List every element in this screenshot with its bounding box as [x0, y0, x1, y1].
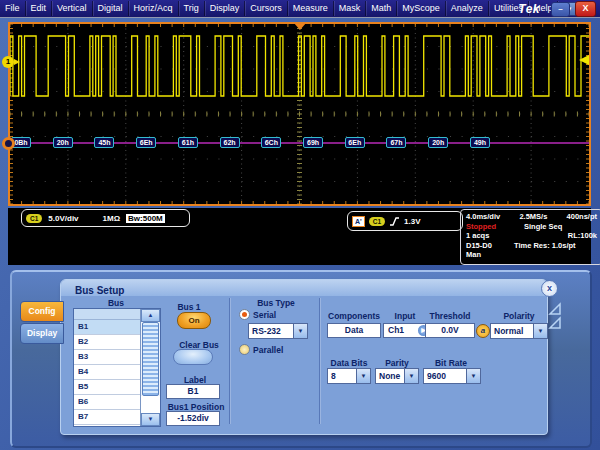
menu-item-horizacq[interactable]: Horiz/Acq [129, 1, 179, 16]
menu-item-digital[interactable]: Digital [93, 1, 129, 16]
menu-item-measure[interactable]: Measure [288, 1, 334, 16]
resolution: 400ns/pt [567, 212, 597, 222]
bit-rate-dropdown[interactable]: 9600 ▼ [423, 368, 481, 384]
data-bits-dropdown[interactable]: 8 ▼ [327, 368, 371, 384]
trigger-source-badge: C1 [369, 217, 385, 226]
components-label: Components [327, 311, 381, 321]
channel1-marker-arrow-icon [14, 59, 20, 65]
scroll-down-icon[interactable]: ▼ [141, 413, 160, 426]
parity-dropdown[interactable]: None ▼ [375, 368, 419, 384]
menu-items: FileEditVerticalDigitalHoriz/AcqTrigDisp… [0, 1, 558, 16]
menu-item-vertical[interactable]: Vertical [52, 1, 93, 16]
data-bits-label: Data Bits [327, 358, 371, 368]
acq-count: 1 acqs [466, 231, 489, 241]
bus-list-item-b4[interactable]: B4 [74, 365, 140, 380]
bus1-on-button[interactable]: On [177, 312, 211, 329]
bus-decode-value: 67h [386, 137, 406, 148]
menu-item-cursors[interactable]: Cursors [245, 1, 288, 16]
trigger-aux-badge: A' [352, 216, 365, 227]
threshold-value[interactable]: 0.0V [425, 323, 475, 338]
bus-list-label: Bus [79, 298, 153, 308]
bus-decode-value: 45h [94, 137, 114, 148]
bit-rate-value: 9600 [424, 369, 466, 383]
menu-bar: FileEditVerticalDigitalHoriz/AcqTrigDisp… [0, 0, 600, 18]
parallel-radio[interactable] [239, 344, 250, 355]
menu-item-display[interactable]: Display [205, 1, 246, 16]
bus-list-item-b5[interactable]: B5 [74, 380, 140, 395]
separator [229, 298, 230, 424]
dialog-title-bar: Bus Setup [61, 280, 547, 296]
parity-label: Parity [375, 358, 419, 368]
serial-radio[interactable] [239, 309, 250, 320]
menu-item-myscope[interactable]: MyScope [397, 1, 446, 16]
scrollbar-track[interactable] [141, 396, 160, 413]
chevron-down-icon[interactable]: ▼ [293, 324, 307, 338]
chevron-down-icon[interactable]: ▼ [533, 324, 547, 338]
bus-list-item-b7[interactable]: B7 [74, 410, 140, 425]
tab-display[interactable]: Display [20, 323, 64, 344]
bus-list-item-b3[interactable]: B3 [74, 350, 140, 365]
input-channel: Ch1 [388, 325, 404, 335]
bus-list-item-b1[interactable]: B1 [74, 320, 140, 335]
tek-logo: Tek [518, 2, 540, 16]
time-resolution: Time Res: 1.0s/pt [514, 241, 576, 251]
serial-radio-label: Serial [253, 310, 276, 320]
menu-item-file[interactable]: File [0, 1, 26, 16]
bus-decode-value: 69h [303, 137, 323, 148]
channel1-bandwidth: Bw:500M [126, 214, 165, 223]
menu-item-edit[interactable]: Edit [26, 1, 53, 16]
bus-decode-value: 20h [428, 137, 448, 148]
multipurpose-a-knob-icon[interactable]: a [476, 324, 490, 338]
tab-config[interactable]: Config [20, 301, 64, 322]
bus-list-item-b6[interactable]: B6 [74, 395, 140, 410]
trigger-position-icon[interactable] [294, 23, 306, 30]
input-value[interactable]: Ch1 ▶ [383, 323, 431, 338]
bus-type-label: Bus Type [241, 298, 311, 308]
chevron-down-icon[interactable]: ▼ [356, 369, 370, 383]
channel1-marker[interactable]: 1 [2, 56, 14, 68]
bus-decode-value: 49h [470, 137, 490, 148]
polarity-dropdown[interactable]: Normal ▼ [490, 323, 548, 339]
scroll-up-icon[interactable]: ▲ [141, 309, 160, 322]
timebase: 4.0ms/div [466, 212, 500, 222]
bus-decode-value: 61h [178, 137, 198, 148]
trigger-level: 1.3V [404, 217, 420, 226]
sample-rate: 2.5MS/s [519, 212, 547, 222]
channel1-impedance: 1MΩ [103, 214, 121, 223]
polarity-label: Polarity [491, 311, 547, 321]
bus-decode-value: 6Ch [261, 137, 281, 148]
label-field[interactable]: B1 [166, 384, 220, 399]
bit-rate-label: Bit Rate [423, 358, 479, 368]
menu-item-analyze[interactable]: Analyze [446, 1, 489, 16]
chevron-down-icon[interactable]: ▼ [466, 369, 480, 383]
clear-bus-button[interactable] [173, 349, 213, 365]
rising-edge-icon [389, 216, 400, 227]
threshold-label: Threshold [425, 311, 475, 321]
radio-dot [242, 312, 247, 317]
minimize-button[interactable]: – [551, 2, 570, 17]
menu-item-math[interactable]: Math [366, 1, 397, 16]
channel1-scale: 5.0V/div [48, 214, 78, 223]
window-controls: Tek – X [518, 1, 596, 17]
menu-item-trig[interactable]: Trig [179, 1, 205, 16]
components-value[interactable]: Data [327, 323, 381, 338]
scrollbar-thumb[interactable] [142, 322, 159, 396]
bus-list-items: B1B2B3B4B5B6B7 [74, 320, 140, 425]
dialog-close-icon[interactable]: x [541, 280, 558, 297]
trigger-readout[interactable]: A' C1 1.3V [347, 211, 463, 231]
bus-list-scrollbar: ▲ ▼ [140, 309, 160, 426]
channel1-readout[interactable]: C1 5.0V/div 1MΩ Bw:500M [21, 209, 190, 227]
waveform-graticule [10, 24, 589, 204]
serial-protocol-dropdown[interactable]: RS-232 ▼ [248, 323, 308, 339]
menu-item-mask[interactable]: Mask [334, 1, 367, 16]
bus1-position-field[interactable]: -1.52div [166, 411, 220, 426]
dialog-move-icon[interactable] [547, 302, 563, 336]
close-window-button[interactable]: X [575, 1, 596, 17]
bus1-waveform-marker[interactable] [2, 137, 15, 150]
data-bits-value: 8 [328, 369, 356, 383]
chevron-down-icon[interactable]: ▼ [404, 369, 418, 383]
bus-list-item-b2[interactable]: B2 [74, 335, 140, 350]
input-label: Input [384, 311, 426, 321]
acquisition-readout[interactable]: 4.0ms/div 2.5MS/s 400ns/pt Stopped Singl… [460, 209, 600, 265]
parity-value: None [376, 369, 404, 383]
